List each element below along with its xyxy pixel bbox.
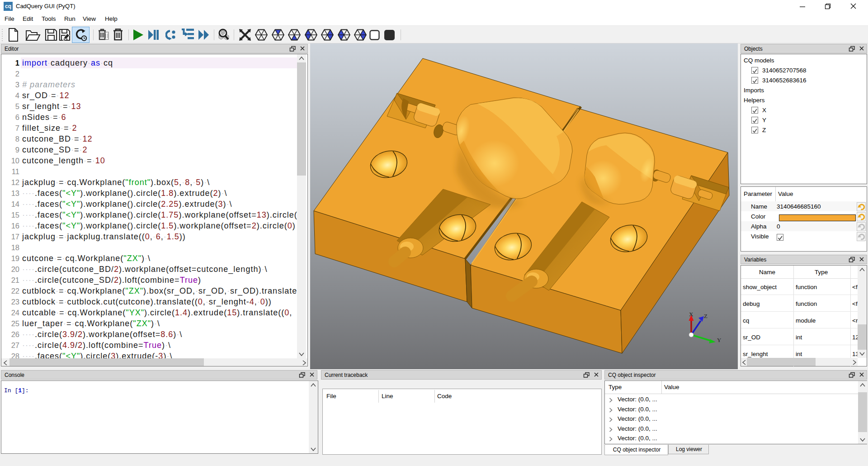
svg-text:Y: Y [717, 337, 722, 343]
svg-text:Z: Z [704, 313, 708, 319]
svg-text:X: X [689, 311, 693, 318]
